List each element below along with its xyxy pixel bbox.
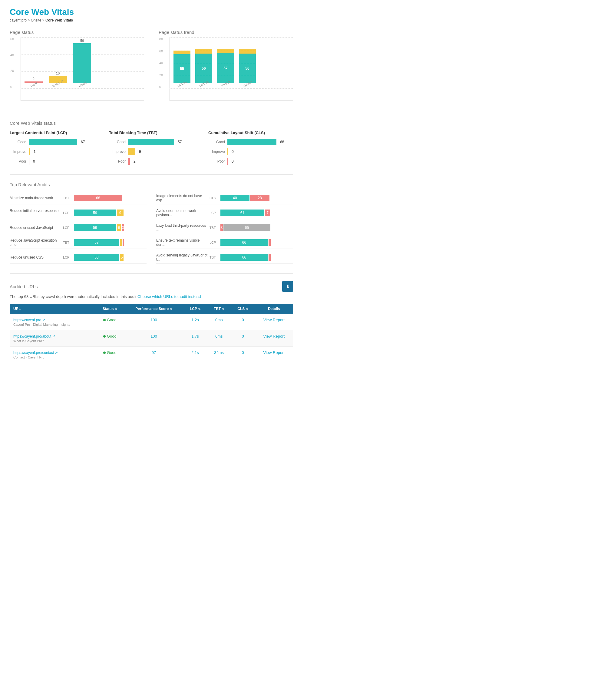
cls-cell: 0 (231, 330, 255, 347)
audits-section: Top Relevant Audits Minimize main-thread… (10, 182, 293, 264)
cwv-title: Core Web Vitals status (10, 121, 293, 126)
cls-cell: 0 (231, 347, 255, 363)
urls-table: URL Status ⇅ Performance Score ⇅ LCP ⇅ T… (10, 304, 293, 363)
status-badge: Good (103, 334, 117, 338)
audit-row: Minimize main-thread work TBT 68 (10, 192, 146, 204)
page-status-trend-chart: Page status trend 020406080 55 (159, 30, 293, 103)
cwv-lcp-bars: Good 67 Improve 1 Poor 0 (10, 139, 94, 165)
status-cell: Good (95, 314, 124, 330)
page-status-trend-title: Page status trend (159, 30, 293, 35)
url-cell: https://cayenf.pro/about ↗ What is Cayen… (10, 330, 95, 347)
cwv-charts: Largest Contentful Paint (LCP) Good 67 I… (10, 130, 293, 165)
charts-row: Page status 0204060 2 (10, 30, 293, 103)
col-tbt[interactable]: TBT ⇅ (207, 304, 231, 314)
audit-row: Reduce initial server response ti... LCP… (10, 207, 146, 219)
table-row: https://cayenf.pro/about ↗ What is Cayen… (10, 330, 293, 347)
cwv-tbt-poor: Poor 2 (109, 158, 194, 165)
page-status-chart: Page status 0204060 2 (10, 30, 144, 103)
url-link[interactable]: https://cayenf.pro ↗ (13, 318, 45, 322)
col-score[interactable]: Performance Score ⇅ (124, 304, 183, 314)
cwv-tbt: Total Blocking Time (TBT) Good 57 Improv… (109, 130, 194, 165)
url-link[interactable]: https://cayenf.pro/contact ↗ (13, 351, 58, 355)
score-cell: 100 (124, 314, 183, 330)
cwv-cls-title: Cumulative Layout Shift (CLS) (208, 130, 293, 135)
cwv-cls: Cumulative Layout Shift (CLS) Good 68 Im… (208, 130, 293, 165)
url-desc: Contact - Cayenf Pro (13, 356, 92, 359)
lcp-cell: 1.7s (183, 330, 207, 347)
table-row: https://cayenf.pro ↗ Cayenf Pro - Digita… (10, 314, 293, 330)
audit-row: Reduce JavaScript execution time TBT 63 (10, 237, 146, 249)
details-cell: View Report (255, 330, 293, 347)
page-title: Core Web Vitals (10, 7, 293, 17)
page-status-title: Page status (10, 30, 144, 35)
tbt-cell: 34ms (207, 347, 231, 363)
audits-title: Top Relevant Audits (10, 182, 293, 187)
col-details: Details (255, 304, 293, 314)
url-cell: https://cayenf.pro ↗ Cayenf Pro - Digita… (10, 314, 95, 330)
trend-y-axis: 020406080 (159, 37, 163, 89)
table-row: https://cayenf.pro/contact ↗ Contact - C… (10, 347, 293, 363)
cwv-lcp-improve: Improve 1 (10, 148, 94, 155)
audit-row: Ensure text remains visible duri... LCP … (156, 237, 293, 249)
status-badge: Good (103, 318, 117, 322)
lcp-cell: 2.1s (183, 347, 207, 363)
y-axis-labels: 0204060 (10, 37, 14, 89)
cwv-cls-good: Good 68 (208, 139, 293, 145)
score-cell: 100 (124, 330, 183, 347)
url-link[interactable]: https://cayenf.pro/about ↗ (13, 334, 55, 338)
cwv-cls-poor: Poor 0 (208, 158, 293, 165)
choose-urls-link[interactable]: Choose which URLs to audit instead (137, 294, 201, 299)
status-cell: Good (95, 330, 124, 347)
tbt-cell: 0ms (207, 314, 231, 330)
cwv-lcp-title: Largest Contentful Paint (LCP) (10, 130, 94, 135)
score-cell: 97 (124, 347, 183, 363)
cwv-section: Core Web Vitals status Largest Contentfu… (10, 121, 293, 165)
urls-header: Audited URLs ⬇ (10, 281, 293, 292)
view-report-link[interactable]: View Report (263, 318, 285, 322)
cwv-lcp-good: Good 67 (10, 139, 94, 145)
cwv-tbt-bars: Good 57 Improve 9 Poor 2 (109, 139, 194, 165)
audit-row: Avoid serving legacy JavaScript t... TBT… (156, 251, 293, 264)
url-desc: Cayenf Pro - Digital Marketing Insights (13, 323, 92, 326)
trend-bars-container: 55 18/1/22 56 19/1/22 (170, 37, 293, 101)
breadcrumb: cayenf.pro > Onsite > Core Web Vitals (10, 18, 293, 22)
urls-note: The top 68 URLs by crawl depth were auto… (10, 294, 293, 299)
audits-grid: Minimize main-thread work TBT 68 Image e… (10, 192, 293, 264)
urls-section: Audited URLs ⬇ The top 68 URLs by crawl … (10, 281, 293, 363)
audit-row: Lazy load third-party resources ... TBT … (156, 221, 293, 234)
tbt-cell: 6ms (207, 330, 231, 347)
audit-row: Avoid enormous network paylooa... LCP 61… (156, 207, 293, 219)
view-report-link[interactable]: View Report (263, 334, 285, 338)
lcp-cell: 1.2s (183, 314, 207, 330)
audit-row: Image elements do not have exp... CLS 40… (156, 192, 293, 204)
cwv-lcp-poor: Poor 0 (10, 158, 94, 165)
download-button[interactable]: ⬇ (282, 281, 293, 292)
details-cell: View Report (255, 314, 293, 330)
cls-cell: 0 (231, 314, 255, 330)
details-cell: View Report (255, 347, 293, 363)
cwv-tbt-title: Total Blocking Time (TBT) (109, 130, 194, 135)
audit-row: Reduce unused CSS LCP 63 5 (10, 251, 146, 264)
col-url: URL (10, 304, 95, 314)
status-badge: Good (103, 350, 117, 355)
col-lcp[interactable]: LCP ⇅ (183, 304, 207, 314)
view-report-link[interactable]: View Report (263, 350, 285, 355)
col-cls[interactable]: CLS ⇅ (231, 304, 255, 314)
url-desc: What is Cayenf Pro? (13, 339, 92, 343)
status-cell: Good (95, 347, 124, 363)
cwv-cls-improve: Improve 0 (208, 148, 293, 155)
col-status[interactable]: Status ⇅ (95, 304, 124, 314)
url-cell: https://cayenf.pro/contact ↗ Contact - C… (10, 347, 95, 363)
audit-row: Reduce unused JavaScript LCP 59 6 3 (10, 221, 146, 234)
cwv-tbt-improve: Improve 9 (109, 148, 194, 155)
cwv-lcp: Largest Contentful Paint (LCP) Good 67 I… (10, 130, 94, 165)
cwv-cls-bars: Good 68 Improve 0 Poor 0 (208, 139, 293, 165)
cwv-tbt-good: Good 57 (109, 139, 194, 145)
urls-section-title: Audited URLs (10, 284, 38, 289)
